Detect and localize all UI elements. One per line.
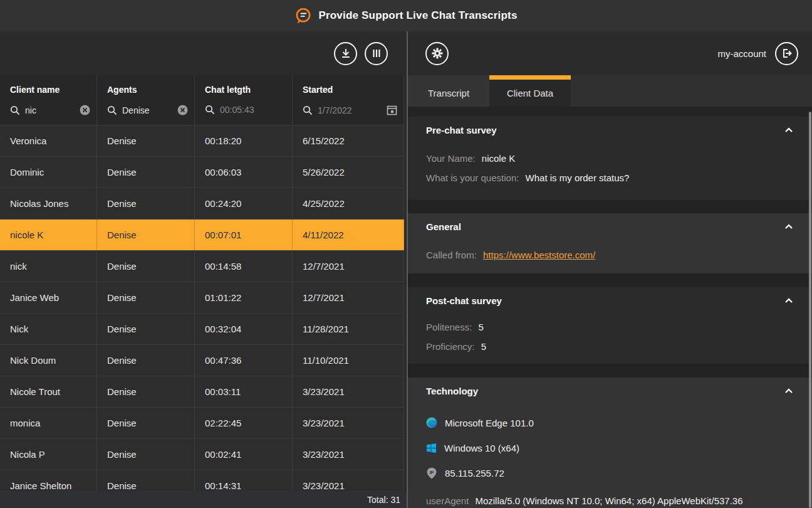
search-icon [10,105,20,115]
section-header-pre-chat[interactable]: Pre-chat survey [426,125,793,135]
logout-icon [781,48,793,59]
chat-length-filter-input[interactable] [220,105,286,115]
settings-button[interactable] [425,42,449,65]
edge-icon [426,417,437,428]
column-header-client-name[interactable]: Client name [10,85,96,95]
table-row[interactable]: NickDenise00:32:0411/28/2021 [0,314,404,345]
search-icon [205,105,215,115]
table-row-selected[interactable]: nicole KDenise00:07:014/11/2022 [0,220,404,251]
clear-icon [177,105,188,115]
section-general: General Called from: https://www.beststo… [408,213,812,273]
clear-client-filter-button[interactable] [80,105,90,115]
chevron-up-icon [784,298,793,304]
table-row[interactable]: DominicDenise00:06:035/26/2022 [0,157,404,188]
column-agents: Agents [97,75,195,125]
column-header-chat-length[interactable]: Chat letgth [205,85,292,95]
download-icon [340,48,351,59]
detail-toolbar: my-account [408,31,812,75]
section-technology: Technology Microsoft Edge 101.0 [408,378,812,508]
field-user-agent: userAgentMozilla/5.0 (Windows NT 10.0; W… [426,495,780,508]
tab-gap [408,107,812,117]
table-header: Client name Agents Chat letgth [0,75,404,125]
table-row[interactable]: monicaDenise02:22:453/23/2021 [0,408,404,439]
client-data-content: Pre-chat survey Your Name: nicole K What… [408,117,812,508]
section-title: Post-chat survey [426,295,502,306]
field-your-name: Your Name: nicole K [426,149,793,168]
detail-panel: my-account Transcript Client Data Pre-ch… [408,31,812,508]
search-icon [107,105,117,115]
column-header-started[interactable]: Started [303,85,403,95]
download-button[interactable] [334,42,357,65]
section-header-post-chat[interactable]: Post-chat survey [426,295,793,306]
field-called-from: Called from: https://www.beststore.com/ [426,245,793,265]
called-from-link[interactable]: https://www.beststore.com/ [483,250,595,260]
field-politeness: Politeness: 5 [426,317,793,337]
ip-pin-icon: IP [426,467,437,479]
tech-os: Windows 10 (x64) [426,435,793,460]
agents-filter-input[interactable] [122,105,172,115]
column-chat-length: Chat letgth [195,75,293,125]
windows-icon [426,443,437,453]
title-bar: Provide Support Live Chat Transcripts [0,0,812,31]
gear-icon [431,47,444,60]
field-proficiency: Proficiency: 5 [426,337,793,356]
date-picker-button[interactable] [387,105,397,115]
chevron-up-icon [784,127,793,133]
table-row[interactable]: Nicola PDenise00:02:413/23/2021 [0,439,404,470]
table-row[interactable]: Nicolas JonesDenise00:24:204/25/2022 [0,188,404,220]
account-menu[interactable]: my-account [717,48,766,59]
total-count: Total: 31 [367,495,400,505]
chevron-up-icon [784,224,793,230]
section-pre-chat-survey: Pre-chat survey Your Name: nicole K What… [408,117,812,199]
list-toolbar [0,31,407,75]
svg-text:IP: IP [430,469,434,475]
transcripts-table-body: VeronicaDenise00:18:206/15/2022 DominicD… [0,125,404,508]
started-date-filter-input[interactable] [318,105,382,115]
table-row[interactable]: Nick DoumDenise00:47:3611/10/2021 [0,345,404,376]
tab-transcript[interactable]: Transcript [408,75,489,107]
columns-icon [371,48,382,59]
transcripts-list-panel: Client name Agents Chat letgth [0,31,407,508]
clear-agents-filter-button[interactable] [177,105,188,115]
section-header-technology[interactable]: Technology [426,386,793,396]
column-header-agents[interactable]: Agents [107,85,194,95]
column-client-name: Client name [0,75,97,125]
section-title: Technology [426,386,478,396]
section-post-chat-survey: Post-chat survey Politeness: 5 Proficien… [408,287,812,364]
detail-tabs: Transcript Client Data [408,75,812,107]
columns-button[interactable] [365,42,388,65]
chevron-up-icon [784,388,793,394]
logout-button[interactable] [775,42,798,65]
clear-icon [80,105,90,115]
table-row[interactable]: VeronicaDenise00:18:206/15/2022 [0,125,404,157]
app-title: Provide Support Live Chat Transcripts [318,9,517,22]
vertical-scrollbar[interactable] [809,112,811,508]
search-icon [303,105,313,115]
table-row[interactable]: nickDenise00:14:5812/7/2021 [0,251,404,282]
table-row[interactable]: Janice WebDenise01:01:2212/7/2021 [0,282,404,314]
section-header-general[interactable]: General [426,221,793,232]
client-name-filter-input[interactable] [25,105,75,115]
table-footer: Total: 31 [0,491,407,508]
tech-ip: IP 85.115.255.72 [426,460,793,485]
tech-browser: Microsoft Edge 101.0 [426,410,793,435]
table-row[interactable]: Nicole TroutDenise00:03:113/23/2021 [0,376,404,408]
app-logo-icon [294,7,312,24]
tab-client-data[interactable]: Client Data [489,75,571,107]
panel-divider [407,31,408,508]
calendar-icon [387,105,397,115]
section-title: General [426,221,461,232]
section-title: Pre-chat survey [426,125,497,135]
field-question: What is your question: What is my order … [426,168,793,188]
column-started: Started [293,75,404,125]
